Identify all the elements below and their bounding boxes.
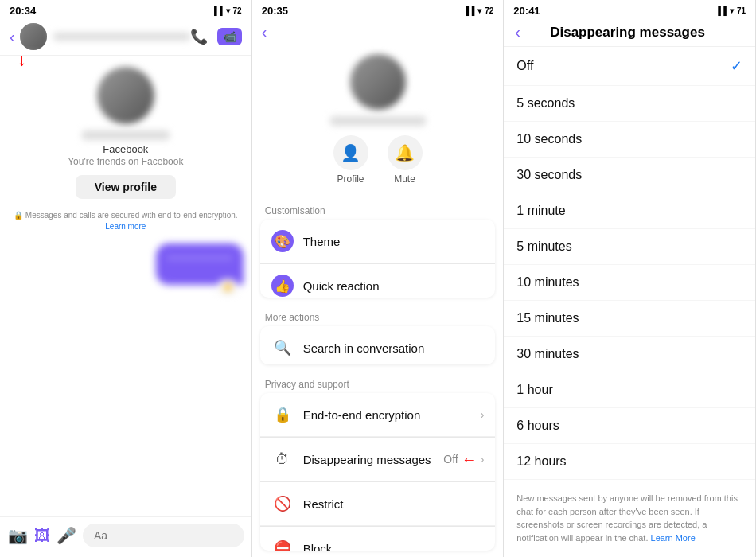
status-bar-2: 20:35 ▐▐ ▾ 72 bbox=[252, 0, 504, 18]
disappearing-item-11[interactable]: 12 hours bbox=[504, 444, 755, 480]
restrict-icon: 🚫 bbox=[271, 493, 294, 515]
check-icon-0: ✓ bbox=[731, 57, 742, 75]
block-item[interactable]: ⛔ Block bbox=[260, 527, 496, 551]
avatar-blur bbox=[20, 23, 47, 50]
footer-text: New messages sent by anyone will be remo… bbox=[516, 493, 738, 543]
disappearing-icon: ⏱ bbox=[271, 448, 294, 470]
profile-section-2: 👤 Profile 🔔 Mute bbox=[252, 46, 504, 197]
theme-item[interactable]: 🎨 Theme bbox=[260, 220, 496, 263]
quick-reaction-item[interactable]: 👍 Quick reaction bbox=[260, 264, 496, 298]
mute-action[interactable]: 🔔 Mute bbox=[388, 135, 423, 185]
encryption-chevron: › bbox=[481, 408, 485, 421]
disappearing-item-label-2: 10 seconds bbox=[516, 132, 742, 146]
signal-icon-2: ▐▐ bbox=[463, 6, 474, 15]
view-profile-button[interactable]: View profile bbox=[76, 175, 176, 199]
mute-action-label: Mute bbox=[394, 173, 415, 185]
message-input[interactable] bbox=[83, 524, 244, 547]
message-input-bar: 📷 🖼 🎤 ☺ 👍 bbox=[0, 516, 251, 557]
status-bar-3: 20:41 ▐▐ ▾ 71 bbox=[504, 0, 755, 18]
disappearing-item-3[interactable]: 30 seconds bbox=[504, 158, 755, 193]
panel-disappearing: 20:41 ▐▐ ▾ 71 ‹ Disappearing messages Of… bbox=[504, 0, 756, 557]
disappearing-label: Disappearing messages bbox=[303, 453, 431, 466]
status-icons-1: ▐▐ ▾ 72 bbox=[211, 6, 241, 15]
disappearing-value: Off bbox=[443, 453, 458, 465]
disappearing-item-0[interactable]: Off✓ bbox=[504, 47, 755, 86]
friends-label: You're friends on Facebook bbox=[68, 156, 183, 167]
quick-actions: 👤 Profile 🔔 Mute bbox=[333, 135, 423, 185]
wifi-icon-2: ▾ bbox=[477, 6, 481, 15]
disappearing-item-8[interactable]: 30 minutes bbox=[504, 337, 755, 372]
search-icon: 🔍 bbox=[271, 337, 294, 359]
panel-chat-info: 20:35 ▐▐ ▾ 72 ‹ 👤 Profile 🔔 Mute Customi… bbox=[252, 0, 505, 557]
messages-area: •••••••••••••••••• 👍 bbox=[0, 237, 251, 516]
block-label: Block bbox=[303, 542, 333, 551]
encryption-label: End-to-end encryption bbox=[303, 408, 421, 422]
chat-header: ‹ 📞 📹 ↑ bbox=[0, 18, 251, 56]
time-3: 20:41 bbox=[513, 5, 540, 17]
encryption-item[interactable]: 🔒 End-to-end encryption › bbox=[260, 393, 496, 437]
search-item[interactable]: 🔍 Search in conversation bbox=[260, 326, 496, 364]
disappearing-title: Disappearing messages bbox=[527, 25, 728, 41]
mic-icon[interactable]: 🎤 bbox=[57, 526, 76, 545]
header-actions: 📞 📹 bbox=[190, 28, 242, 45]
disappearing-item-label-3: 30 seconds bbox=[516, 168, 742, 182]
theme-label: Theme bbox=[303, 235, 341, 248]
red-arrow-indicator: ↑ bbox=[18, 53, 26, 71]
disappearing-item-label-5: 5 minutes bbox=[516, 240, 742, 254]
privacy-card: 🔒 End-to-end encryption › ⏱ Disappearing… bbox=[260, 393, 496, 551]
battery-icon: 72 bbox=[233, 6, 242, 15]
disappearing-item-5[interactable]: 5 minutes bbox=[504, 229, 755, 265]
time-1: 20:34 bbox=[10, 5, 36, 17]
lock-icon: 🔒 bbox=[14, 211, 25, 220]
profile-action[interactable]: 👤 Profile bbox=[333, 135, 368, 185]
wifi-icon: ▾ bbox=[226, 6, 230, 15]
profile-action-label: Profile bbox=[337, 173, 364, 185]
restrict-label: Restrict bbox=[303, 497, 344, 511]
panel-chat: 20:34 ▐▐ ▾ 72 ‹ 📞 📹 ↑ Facebook You're fr… bbox=[0, 0, 252, 557]
avatar-small bbox=[20, 23, 47, 50]
facebook-label: Facebook bbox=[103, 143, 148, 155]
disappearing-item-6[interactable]: 10 minutes bbox=[504, 265, 755, 301]
disappearing-item-label-8: 30 minutes bbox=[516, 347, 742, 361]
status-bar-1: 20:34 ▐▐ ▾ 72 bbox=[0, 0, 251, 18]
avatar-large bbox=[97, 67, 154, 124]
learn-more-link[interactable]: Learn more bbox=[105, 222, 146, 231]
camera-icon[interactable]: 📷 bbox=[8, 526, 28, 545]
disappearing-item-1[interactable]: 5 seconds bbox=[504, 86, 755, 122]
disappearing-footer: New messages sent by anyone will be remo… bbox=[504, 482, 755, 557]
message-text-1: •••••••••••••••••• bbox=[167, 251, 232, 266]
disappearing-item-10[interactable]: 6 hours bbox=[504, 408, 755, 444]
time-2: 20:35 bbox=[262, 5, 288, 17]
back-button-3[interactable]: ‹ bbox=[515, 23, 520, 41]
disappearing-item-label-10: 6 hours bbox=[516, 419, 742, 433]
signal-icon: ▐▐ bbox=[211, 6, 222, 15]
status-icons-2: ▐▐ ▾ 72 bbox=[463, 6, 493, 15]
disappearing-item-9[interactable]: 1 hour bbox=[504, 372, 755, 408]
disappearing-item-label-7: 15 minutes bbox=[516, 311, 742, 325]
back-button-2[interactable]: ‹ bbox=[262, 23, 267, 41]
search-label: Search in conversation bbox=[303, 341, 425, 355]
customisation-card: 🎨 Theme 👍 Quick reaction bbox=[260, 220, 496, 298]
disappearing-right: Off ← › bbox=[443, 450, 484, 469]
photo-icon[interactable]: 🖼 bbox=[34, 527, 50, 545]
disappearing-item-label-9: 1 hour bbox=[516, 383, 742, 397]
contact-fullname-2 bbox=[330, 116, 426, 126]
section-privacy: Privacy and support bbox=[252, 371, 504, 393]
status-icons-3: ▐▐ ▾ 71 bbox=[715, 6, 746, 15]
section-more-actions: More actions bbox=[252, 304, 504, 326]
restrict-item[interactable]: 🚫 Restrict bbox=[260, 482, 496, 526]
back-button[interactable]: ‹ bbox=[10, 28, 15, 46]
disappearing-chevron: › bbox=[481, 453, 485, 465]
disappearing-item-2[interactable]: 10 seconds bbox=[504, 122, 755, 158]
lock-icon-2: 🔒 bbox=[271, 403, 294, 426]
disappearing-item[interactable]: ⏱ Disappearing messages Off ← › bbox=[260, 438, 496, 481]
learn-more-link-3[interactable]: Learn More bbox=[651, 533, 696, 543]
profile-icon: 👤 bbox=[333, 135, 368, 170]
phone-icon[interactable]: 📞 bbox=[190, 28, 208, 45]
disappearing-item-4[interactable]: 1 minute bbox=[504, 193, 755, 229]
message-bubble-1: •••••••••••••••••• 👍 bbox=[156, 243, 244, 285]
disappearing-item-7[interactable]: 15 minutes bbox=[504, 301, 755, 337]
message-reaction: 👍 bbox=[218, 279, 237, 293]
video-icon[interactable]: 📹 bbox=[217, 28, 242, 45]
profile-section: Facebook You're friends on Facebook View… bbox=[0, 56, 251, 205]
